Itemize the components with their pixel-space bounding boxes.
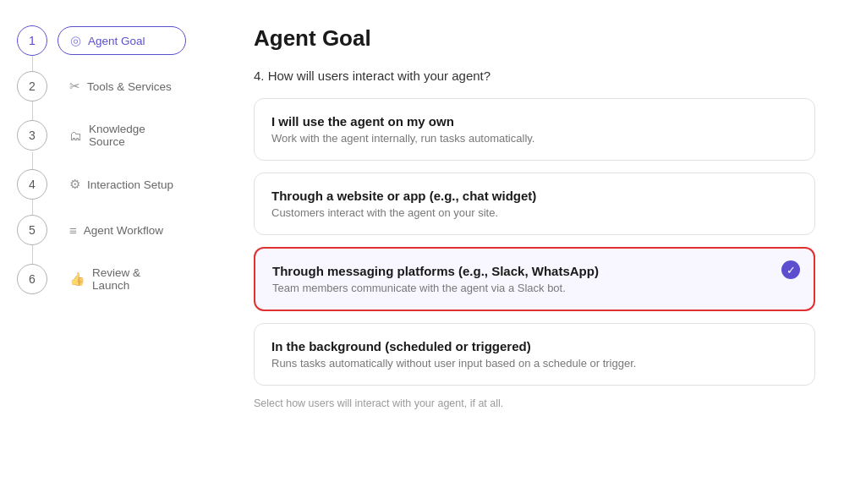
main-content: Agent Goal 4. How will users interact wi… <box>203 0 866 504</box>
step-label-6: Review & Launch <box>92 266 174 292</box>
option-card-website[interactable]: Through a website or app (e.g., chat wid… <box>254 173 815 235</box>
step-pill-4: ⚙Interaction Setup <box>58 171 186 198</box>
sidebar-step-5[interactable]: 5≡Agent Workflow <box>17 215 186 245</box>
step-pill-2: ✂Tools & Services <box>58 73 186 100</box>
step-number-3: 3 <box>17 120 47 151</box>
step-label-1: Agent Goal <box>88 35 145 47</box>
step-spacer-1 <box>17 56 186 71</box>
step-number-4: 4 <box>17 169 47 200</box>
sidebar: 1◎Agent Goal2✂Tools & Services3🗂Knowledg… <box>0 0 203 504</box>
option-card-messaging[interactable]: Through messaging platforms (e.g., Slack… <box>254 247 815 311</box>
sidebar-step-3[interactable]: 3🗂Knowledge Source <box>17 117 186 154</box>
step-number-2: 2 <box>17 71 47 101</box>
option-desc-background: Runs tasks automatically without user in… <box>271 357 797 370</box>
step-number-5: 5 <box>17 215 47 245</box>
step-spacer-5 <box>17 245 186 260</box>
step-label-5: Agent Workflow <box>84 224 163 237</box>
option-title-background: In the background (scheduled or triggere… <box>271 339 797 353</box>
option-card-self[interactable]: I will use the agent on my ownWork with … <box>254 98 815 161</box>
option-desc-self: Work with the agent internally, run task… <box>271 132 797 145</box>
step-icon-5: ≡ <box>69 223 77 238</box>
step-label-3: Knowledge Source <box>89 123 174 148</box>
step-number-6: 6 <box>17 264 47 294</box>
options-container: I will use the agent on my ownWork with … <box>254 98 815 386</box>
option-desc-messaging: Team members communicate with the agent … <box>272 282 797 294</box>
step-pill-1: ◎Agent Goal <box>58 26 186 55</box>
step-spacer-3 <box>17 154 186 169</box>
option-title-website: Through a website or app (e.g., chat wid… <box>271 189 797 203</box>
step-spacer-2 <box>17 101 186 117</box>
sidebar-step-6[interactable]: 6👍Review & Launch <box>17 260 186 298</box>
step-spacer-4 <box>17 200 186 215</box>
option-title-self: I will use the agent on my own <box>271 114 797 129</box>
step-label-2: Tools & Services <box>87 80 172 93</box>
step-pill-3: 🗂Knowledge Source <box>58 117 186 154</box>
option-card-background[interactable]: In the background (scheduled or triggere… <box>254 323 815 386</box>
question-label: 4. How will users interact with your age… <box>254 68 815 83</box>
step-number-1: 1 <box>17 25 47 56</box>
step-label-4: Interaction Setup <box>87 178 173 191</box>
footer-note: Select how users will interact with your… <box>254 397 815 409</box>
step-icon-4: ⚙ <box>69 177 80 192</box>
step-pill-6: 👍Review & Launch <box>58 260 186 298</box>
option-desc-website: Customers interact with the agent on you… <box>271 206 797 219</box>
page-title: Agent Goal <box>254 25 815 52</box>
sidebar-step-1[interactable]: 1◎Agent Goal <box>17 25 186 56</box>
step-icon-3: 🗂 <box>69 129 82 143</box>
option-title-messaging: Through messaging platforms (e.g., Slack… <box>272 264 797 278</box>
step-icon-2: ✂ <box>69 79 80 94</box>
step-icon-6: 👍 <box>69 271 85 287</box>
sidebar-step-4[interactable]: 4⚙Interaction Setup <box>17 169 186 200</box>
step-pill-5: ≡Agent Workflow <box>58 217 186 244</box>
step-icon-1: ◎ <box>70 33 81 48</box>
sidebar-step-2[interactable]: 2✂Tools & Services <box>17 71 186 101</box>
selected-check-icon: ✓ <box>781 260 800 279</box>
